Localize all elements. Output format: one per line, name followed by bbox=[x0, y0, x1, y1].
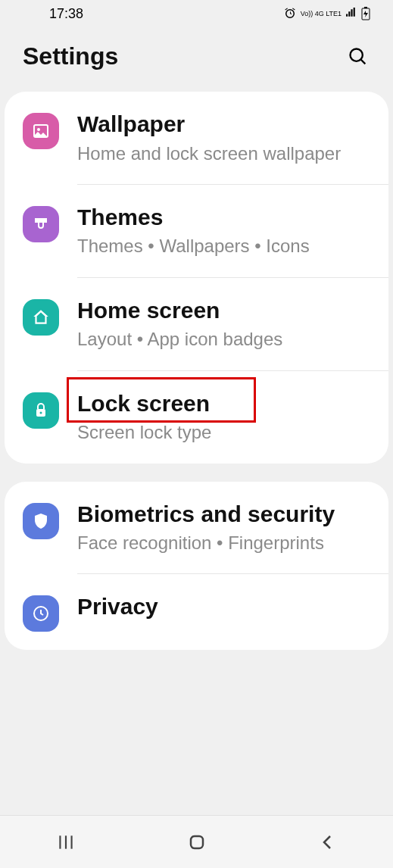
back-icon bbox=[319, 833, 337, 851]
status-bar: 17:38 Vo)) 4G LTE1 bbox=[0, 0, 393, 27]
status-time: 17:38 bbox=[49, 6, 83, 22]
item-subtitle: Screen lock type bbox=[77, 420, 366, 445]
item-content: Biometrics and security Face recognition… bbox=[77, 500, 366, 556]
navigation-bar bbox=[0, 815, 393, 868]
status-icons: Vo)) 4G LTE1 bbox=[283, 7, 370, 20]
back-button[interactable] bbox=[298, 827, 358, 857]
item-title: Themes bbox=[77, 203, 366, 232]
picture-icon bbox=[23, 113, 59, 149]
shield-icon bbox=[23, 503, 59, 539]
item-subtitle: Face recognition • Fingerprints bbox=[77, 531, 366, 555]
settings-item-themes[interactable]: Themes Themes • Wallpapers • Icons bbox=[5, 185, 388, 277]
page-title: Settings bbox=[23, 42, 118, 70]
privacy-icon bbox=[23, 595, 59, 632]
home-button[interactable] bbox=[167, 827, 227, 857]
alarm-icon bbox=[283, 7, 297, 20]
brush-icon bbox=[23, 206, 59, 242]
settings-item-privacy[interactable]: Privacy bbox=[5, 574, 388, 650]
svg-point-5 bbox=[37, 128, 40, 131]
item-content: Home screen Layout • App icon badges bbox=[77, 296, 366, 352]
item-subtitle: Home and lock screen wallpaper bbox=[77, 142, 366, 166]
settings-group: Wallpaper Home and lock screen wallpaper… bbox=[5, 92, 388, 464]
item-title: Privacy bbox=[77, 592, 366, 621]
settings-item-wallpaper[interactable]: Wallpaper Home and lock screen wallpaper bbox=[5, 92, 388, 184]
item-content: Lock screen Screen lock type bbox=[77, 389, 366, 445]
item-subtitle: Themes • Wallpapers • Icons bbox=[77, 234, 366, 258]
settings-group: Biometrics and security Face recognition… bbox=[5, 482, 388, 651]
settings-item-home-screen[interactable]: Home screen Layout • App icon badges bbox=[5, 278, 388, 370]
settings-list[interactable]: Wallpaper Home and lock screen wallpaper… bbox=[0, 92, 393, 810]
svg-point-8 bbox=[40, 411, 42, 414]
home-icon bbox=[23, 299, 59, 336]
svg-rect-6 bbox=[36, 219, 46, 222]
search-icon bbox=[348, 46, 369, 67]
search-button[interactable] bbox=[346, 45, 370, 69]
item-content: Wallpaper Home and lock screen wallpaper bbox=[77, 110, 366, 166]
item-content: Themes Themes • Wallpapers • Icons bbox=[77, 203, 366, 259]
network-label: Vo)) 4G LTE1 bbox=[301, 11, 342, 17]
item-content: Privacy bbox=[77, 592, 366, 624]
svg-point-2 bbox=[351, 48, 363, 61]
item-title: Home screen bbox=[77, 296, 366, 325]
battery-icon bbox=[361, 7, 370, 20]
recents-button[interactable] bbox=[36, 827, 96, 857]
item-subtitle: Layout • App icon badges bbox=[77, 327, 366, 351]
header: Settings bbox=[0, 27, 393, 92]
home-nav-icon bbox=[188, 833, 206, 851]
svg-rect-1 bbox=[364, 7, 367, 8]
signal-icon bbox=[345, 8, 357, 20]
item-title: Biometrics and security bbox=[77, 500, 366, 529]
svg-line-3 bbox=[361, 59, 366, 64]
item-title: Wallpaper bbox=[77, 110, 366, 139]
svg-rect-13 bbox=[191, 836, 203, 848]
settings-item-biometrics[interactable]: Biometrics and security Face recognition… bbox=[5, 482, 388, 574]
recents-icon bbox=[56, 832, 76, 852]
lock-icon bbox=[23, 392, 59, 429]
item-title: Lock screen bbox=[77, 389, 366, 418]
settings-item-lock-screen[interactable]: Lock screen Screen lock type bbox=[5, 371, 388, 464]
